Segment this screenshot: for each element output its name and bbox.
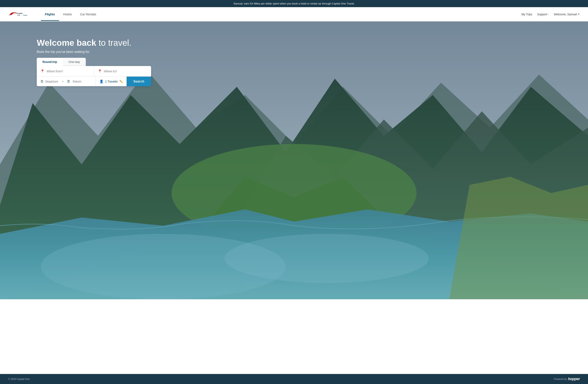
hero-subtitle: Book the trip you've been waiting for.	[37, 50, 151, 54]
capital-one-logo: Capital One Travel	[8, 10, 33, 18]
nav-flights[interactable]: Flights	[41, 8, 59, 21]
tab-one-way[interactable]: One-way	[63, 58, 86, 66]
chevron-down-icon: ▼	[578, 13, 580, 15]
nav-welcome[interactable]: Welcome, Samuel ▼	[554, 13, 580, 16]
nav-hotels[interactable]: Hotels	[59, 8, 76, 21]
svg-text:Travel: Travel	[23, 14, 27, 16]
search-form: 📍 Where from? 📍 Where to? 🗓 Departure → …	[37, 66, 151, 86]
location-to-icon: 📍	[98, 69, 102, 73]
tab-round-trip[interactable]: Round-trip	[37, 58, 63, 66]
location-from-icon: 📍	[41, 69, 44, 73]
trip-type-tabs: Round-trip One-way	[37, 58, 86, 66]
nav-support[interactable]: Support ↑	[537, 13, 549, 16]
logo-area[interactable]: Capital One Travel	[8, 10, 33, 18]
date-fields[interactable]: 🗓 Departure → 🗓 Return	[37, 77, 96, 86]
travelers-field[interactable]: 👤 1 Traveler ✏️	[96, 77, 126, 86]
search-row-2: 🗓 Departure → 🗓 Return 👤 1 Traveler ✏️ S…	[37, 77, 151, 86]
welcome-text: Welcome, Samuel	[554, 13, 577, 16]
footer-powered-by: Powered by hopper	[554, 377, 580, 381]
svg-text:Capital: Capital	[17, 12, 23, 14]
search-row-1: 📍 Where from? 📍 Where to?	[37, 66, 151, 77]
search-button[interactable]: Search	[126, 77, 151, 86]
copyright-text: © 2020 Capital One	[8, 378, 30, 381]
nav-links: Flights Hotels Car Rentals	[41, 8, 522, 21]
return-date: Return	[73, 80, 81, 83]
calendar-return-icon: 🗓	[67, 80, 70, 83]
hopper-logo: hopper	[568, 377, 580, 381]
where-from-placeholder: Where from?	[46, 70, 63, 73]
nav-my-trips[interactable]: My Trips	[522, 13, 532, 16]
hero-section: Welcome back to travel. Book the trip yo…	[0, 21, 588, 374]
nav-car-rentals[interactable]: Car Rentals	[76, 8, 100, 21]
travelers-count: 1 Traveler	[105, 80, 118, 83]
where-to-placeholder: Where to?	[104, 70, 117, 73]
hero-content: Welcome back to travel. Book the trip yo…	[37, 38, 151, 86]
departure-date: Departure	[45, 80, 58, 83]
hero-title-normal: to travel.	[96, 38, 131, 48]
banner-text: Samual, earn 5X Miles per dollar spent w…	[233, 2, 355, 5]
edit-icon: ✏️	[119, 80, 123, 83]
footer: © 2020 Capital One Powered by hopper	[0, 374, 588, 384]
person-icon: 👤	[99, 80, 104, 83]
navbar: Capital One Travel Flights Hotels Car Re…	[0, 7, 588, 21]
powered-by-text: Powered by	[554, 378, 567, 381]
hero-title-bold: Welcome back	[37, 38, 96, 48]
support-arrow-icon: ↑	[548, 14, 549, 16]
date-arrow-icon: →	[61, 80, 64, 83]
calendar-departure-icon: 🗓	[41, 80, 44, 83]
nav-right: My Trips Support ↑ Welcome, Samuel ▼	[522, 13, 580, 16]
top-banner: Samual, earn 5X Miles per dollar spent w…	[0, 0, 588, 7]
svg-text:One: One	[17, 14, 21, 16]
where-from-field[interactable]: 📍 Where from?	[37, 66, 94, 76]
hero-title: Welcome back to travel.	[37, 38, 151, 48]
where-to-field[interactable]: 📍 Where to?	[94, 66, 151, 76]
